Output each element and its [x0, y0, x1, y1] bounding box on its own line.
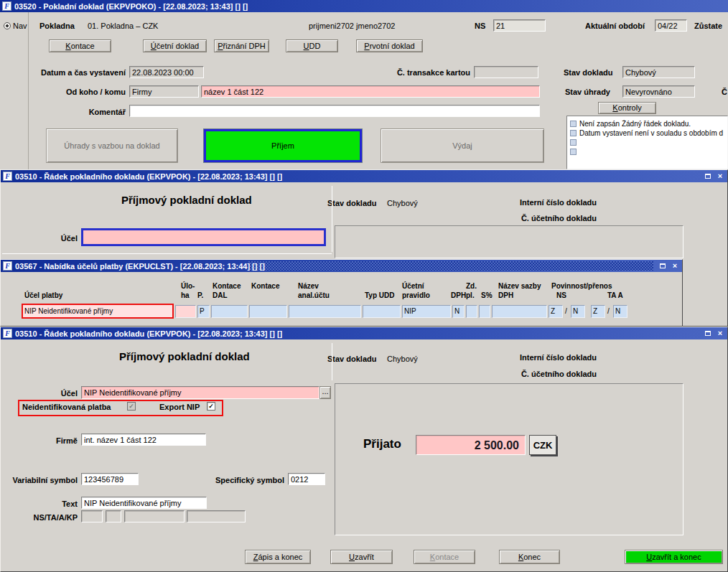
col-nazev-2: anal.účtu	[298, 291, 330, 299]
ns-field[interactable]: 21	[493, 19, 546, 32]
row-nazev-uctu-cell[interactable]	[289, 305, 361, 318]
interni-cislo-label: Interní číslo dokladu	[475, 353, 597, 362]
text-field[interactable]: NIP Neidentifikované příjmy	[81, 497, 207, 509]
titlebar-radek-active[interactable]: F 03510 - Řádek pokladního dokladu (EKPV…	[1, 327, 727, 339]
export-nip-checkbox[interactable]: ✓	[207, 402, 215, 411]
titlebar-radek-back[interactable]: F 03510 - Řádek pokladního dokladu (EKPV…	[1, 170, 727, 182]
ucel-field[interactable]: NIP Neidentifikované příjmy	[81, 386, 319, 399]
row-sazba-cell[interactable]	[492, 305, 547, 318]
variabilni-symbol-field[interactable]: 123456789	[81, 473, 139, 485]
ns-slash: /	[565, 307, 567, 315]
row-kontace-dal-cell[interactable]	[211, 305, 248, 318]
doklad-heading: Příjmový pokladní doklad	[119, 350, 250, 362]
row-uloha-cell[interactable]	[175, 305, 196, 318]
specificky-symbol-label: Specifický symbol	[215, 476, 284, 484]
cislo-ucetniho-label: Č. účetního dokladu	[475, 370, 597, 378]
datum-vystaveni-label: Datum a čas vystavení	[38, 68, 126, 77]
restore-icon[interactable]	[703, 329, 713, 338]
col-kontace1-2: DAL	[213, 291, 228, 299]
row-typ-udd-cell[interactable]	[363, 305, 401, 318]
komentar-field[interactable]	[129, 105, 540, 117]
datum-vystaveni-field[interactable]: 22.08.2023 00:00	[129, 66, 204, 78]
ta-field[interactable]	[106, 510, 121, 522]
kontrola-checkbox-4[interactable]	[570, 149, 577, 155]
restore-icon[interactable]	[658, 261, 668, 271]
nav-radio-icon[interactable]	[4, 22, 11, 29]
user-name: prijmeni2702 jmeno2702	[309, 22, 395, 30]
ucel-field-focused[interactable]	[81, 228, 326, 246]
row-zd-cell[interactable]	[466, 305, 477, 318]
row-ucel-platby-cell[interactable]: NIP Neidentifikované příjmy	[22, 304, 174, 319]
uzavrit-a-konec-button[interactable]: Uzavřít a konec	[625, 550, 723, 564]
prijato-label: Přijato	[363, 437, 401, 451]
uzavrit-button[interactable]: Uzavřít	[330, 550, 393, 564]
ucel-lov-button[interactable]: ...	[319, 386, 331, 399]
close-icon[interactable]: ×	[715, 329, 725, 338]
close-icon[interactable]: ×	[715, 172, 725, 181]
ucetni-doklad-button[interactable]: Účetní doklad	[143, 39, 207, 52]
col-dph: DPH	[451, 291, 466, 299]
window-radek-dokladu-active: F 03510 - Řádek pokladního dokladu (EKPV…	[0, 327, 728, 572]
kontroly-button[interactable]: Kontroly	[598, 102, 656, 114]
aktualni-obdobi-field[interactable]: 04/22	[655, 19, 687, 32]
mena-box[interactable]: CZK	[529, 435, 556, 455]
ns-field[interactable]	[81, 510, 103, 522]
firme-field[interactable]: int. název 1 část 122	[81, 433, 206, 446]
zapis-a-konec-button[interactable]: Zápis a konec	[245, 550, 311, 564]
prvotni-doklad-button[interactable]: Prvotní doklad	[356, 39, 423, 52]
row-kontace2-cell[interactable]	[249, 305, 287, 318]
kontace-button[interactable]: Kontace	[414, 550, 475, 564]
row-p-cell[interactable]: P	[197, 305, 210, 318]
row-ta-z-cell[interactable]: Z	[591, 305, 605, 318]
kontace-button[interactable]: Kontace	[49, 39, 111, 52]
kontrola-item-2: Datum vystavení není v souladu s obdobím…	[579, 129, 726, 137]
stav-dokladu-field: Chybový	[622, 66, 695, 78]
section-divider-v	[332, 186, 332, 252]
window-title: 03520 - Pokladní doklad (EKPVPOKO) - [22…	[14, 2, 248, 11]
kontrola-checkbox-2[interactable]	[570, 130, 577, 136]
row-ucetni-pravidlo-cell[interactable]: NIP	[402, 305, 451, 318]
col-nazev-1: Název	[298, 282, 319, 290]
kontrola-checkbox-1[interactable]	[570, 121, 577, 127]
konec-button[interactable]: Konec	[499, 550, 560, 564]
col-ucetni-2: pravidlo	[402, 291, 430, 299]
window-title: 03567 - Nabídka účelů platby (EKPUCLST) …	[15, 262, 265, 271]
stav-uhrady-field: Nevyrovnáno	[622, 85, 695, 98]
nav-label[interactable]: Nav	[13, 22, 27, 30]
close-icon[interactable]: ×	[670, 261, 680, 271]
stav-dokladu-label: Stav dokladu	[327, 199, 376, 207]
od-koho-value-field[interactable]: název 1 část 122	[201, 85, 540, 98]
ucel-label: Účel	[44, 389, 78, 398]
col-kontace2: Kontace	[251, 282, 279, 290]
titlebar-nabidka-ucelu[interactable]: F 03567 - Nabídka účelů platby (EKPUCLST…	[1, 260, 682, 272]
priznani-dph-button[interactable]: Přiznání DPH	[214, 39, 269, 52]
row-ns-n-cell[interactable]: N	[571, 305, 585, 318]
kp-field[interactable]	[187, 510, 246, 522]
amount-panel-sliver	[335, 225, 683, 258]
titlebar-pattern	[248, 261, 653, 271]
transakce-kartou-field[interactable]	[474, 66, 538, 78]
specificky-symbol-field[interactable]: 0212	[288, 473, 325, 485]
neidentifikovana-platba-checkbox[interactable]: ✓	[127, 402, 136, 411]
prijato-amount-field[interactable]: 2 500.00	[416, 435, 526, 455]
row-ta-n-cell[interactable]: N	[613, 305, 627, 318]
udd-button[interactable]: UDD	[286, 39, 338, 52]
doklad-heading: Příjmový pokladní doklad	[121, 194, 252, 206]
vydaj-button[interactable]: Výdaj	[381, 128, 544, 163]
zustatek-label: Zůstate	[694, 22, 722, 30]
od-koho-typ-combo[interactable]: Firmy	[129, 85, 199, 98]
col-zd-2: pl.	[466, 291, 475, 299]
komentar-label: Komentář	[38, 108, 126, 116]
row-s-cell[interactable]	[479, 305, 490, 318]
row-ns-z-cell[interactable]: Z	[549, 305, 563, 318]
prijem-button[interactable]: Příjem	[203, 128, 363, 163]
kontrola-checkbox-3[interactable]	[570, 139, 577, 146]
neidentifikovana-platba-label: Neidentifikovaná platba	[22, 403, 111, 411]
row-dph-cell[interactable]: N	[452, 305, 465, 318]
titlebar-pokladni-doklad[interactable]: F 03520 - Pokladní doklad (EKPVPOKO) - […	[0, 0, 728, 12]
ucel-label: Účel	[44, 234, 78, 243]
restore-icon[interactable]	[703, 172, 713, 181]
a-field[interactable]	[124, 510, 185, 522]
uhrady-s-vazbou-button[interactable]: Úhrady s vazbou na doklad	[46, 128, 178, 163]
pokladna-value: 01. Pokladna – CZK	[88, 22, 158, 30]
